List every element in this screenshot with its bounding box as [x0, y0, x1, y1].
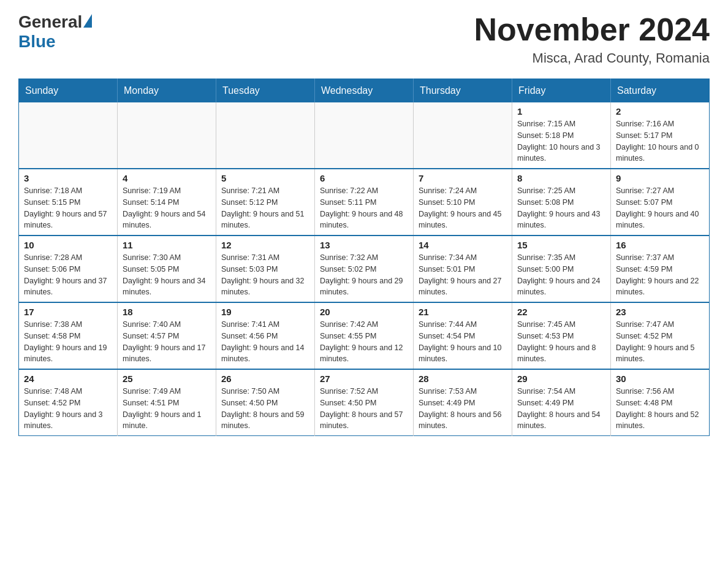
day-info: Sunrise: 7:32 AMSunset: 5:02 PMDaylight:… — [320, 252, 408, 298]
day-number: 28 — [419, 373, 507, 384]
day-info: Sunrise: 7:28 AMSunset: 5:06 PMDaylight:… — [24, 252, 112, 298]
calendar-cell: 3Sunrise: 7:18 AMSunset: 5:15 PMDaylight… — [19, 169, 118, 236]
calendar-week-3: 10Sunrise: 7:28 AMSunset: 5:06 PMDayligh… — [19, 236, 710, 302]
day-info: Sunrise: 7:41 AMSunset: 4:56 PMDaylight:… — [221, 319, 309, 365]
day-info: Sunrise: 7:52 AMSunset: 4:50 PMDaylight:… — [320, 386, 408, 432]
day-info: Sunrise: 7:35 AMSunset: 5:00 PMDaylight:… — [517, 252, 605, 298]
day-number: 17 — [24, 307, 112, 317]
logo-triangle-icon — [83, 14, 92, 28]
day-number: 25 — [123, 373, 211, 384]
day-header-saturday: Saturday — [611, 79, 710, 103]
calendar-cell: 2Sunrise: 7:16 AMSunset: 5:17 PMDaylight… — [611, 102, 710, 169]
day-info: Sunrise: 7:42 AMSunset: 4:55 PMDaylight:… — [320, 319, 408, 365]
day-number: 15 — [517, 240, 605, 250]
calendar-table: SundayMondayTuesdayWednesdayThursdayFrid… — [18, 79, 710, 436]
calendar-cell — [414, 102, 512, 169]
day-header-sunday: Sunday — [19, 79, 118, 103]
calendar-cell: 10Sunrise: 7:28 AMSunset: 5:06 PMDayligh… — [19, 236, 118, 302]
calendar-cell: 30Sunrise: 7:56 AMSunset: 4:48 PMDayligh… — [611, 369, 710, 436]
calendar-cell: 15Sunrise: 7:35 AMSunset: 5:00 PMDayligh… — [512, 236, 611, 302]
calendar-cell: 20Sunrise: 7:42 AMSunset: 4:55 PMDayligh… — [315, 302, 414, 369]
calendar-cell: 11Sunrise: 7:30 AMSunset: 5:05 PMDayligh… — [118, 236, 216, 302]
day-info: Sunrise: 7:44 AMSunset: 4:54 PMDaylight:… — [419, 319, 507, 365]
day-info: Sunrise: 7:50 AMSunset: 4:50 PMDaylight:… — [221, 386, 309, 432]
day-info: Sunrise: 7:19 AMSunset: 5:14 PMDaylight:… — [123, 185, 211, 231]
logo-blue-text: Blue — [18, 32, 56, 52]
day-number: 23 — [616, 307, 704, 317]
calendar-header-row: SundayMondayTuesdayWednesdayThursdayFrid… — [19, 79, 710, 103]
day-header-tuesday: Tuesday — [216, 79, 315, 103]
calendar-cell: 18Sunrise: 7:40 AMSunset: 4:57 PMDayligh… — [118, 302, 216, 369]
day-number: 13 — [320, 240, 408, 250]
day-number: 21 — [419, 307, 507, 317]
day-info: Sunrise: 7:56 AMSunset: 4:48 PMDaylight:… — [616, 386, 704, 432]
calendar-cell: 17Sunrise: 7:38 AMSunset: 4:58 PMDayligh… — [19, 302, 118, 369]
day-header-thursday: Thursday — [414, 79, 512, 103]
day-info: Sunrise: 7:49 AMSunset: 4:51 PMDaylight:… — [123, 386, 211, 432]
calendar-cell: 21Sunrise: 7:44 AMSunset: 4:54 PMDayligh… — [414, 302, 512, 369]
day-info: Sunrise: 7:22 AMSunset: 5:11 PMDaylight:… — [320, 185, 408, 231]
day-number: 10 — [24, 240, 112, 250]
calendar-cell: 7Sunrise: 7:24 AMSunset: 5:10 PMDaylight… — [414, 169, 512, 236]
day-info: Sunrise: 7:15 AMSunset: 5:18 PMDaylight:… — [517, 118, 605, 164]
day-number: 26 — [221, 373, 309, 384]
day-number: 6 — [320, 173, 408, 183]
calendar-week-2: 3Sunrise: 7:18 AMSunset: 5:15 PMDaylight… — [19, 169, 710, 236]
day-number: 16 — [616, 240, 704, 250]
day-info: Sunrise: 7:47 AMSunset: 4:52 PMDaylight:… — [616, 319, 704, 365]
day-number: 5 — [221, 173, 309, 183]
calendar-cell: 1Sunrise: 7:15 AMSunset: 5:18 PMDaylight… — [512, 102, 611, 169]
calendar-cell — [315, 102, 414, 169]
day-info: Sunrise: 7:31 AMSunset: 5:03 PMDaylight:… — [221, 252, 309, 298]
logo: General Blue — [18, 12, 92, 52]
calendar-week-1: 1Sunrise: 7:15 AMSunset: 5:18 PMDaylight… — [19, 102, 710, 169]
calendar-cell: 26Sunrise: 7:50 AMSunset: 4:50 PMDayligh… — [216, 369, 315, 436]
calendar-cell — [19, 102, 118, 169]
month-title: November 2024 — [474, 12, 710, 47]
day-number: 19 — [221, 307, 309, 317]
day-number: 2 — [616, 106, 704, 117]
day-number: 27 — [320, 373, 408, 384]
day-number: 9 — [616, 173, 704, 183]
day-info: Sunrise: 7:38 AMSunset: 4:58 PMDaylight:… — [24, 319, 112, 365]
calendar-cell — [118, 102, 216, 169]
day-info: Sunrise: 7:27 AMSunset: 5:07 PMDaylight:… — [616, 185, 704, 231]
location-title: Misca, Arad County, Romania — [474, 50, 710, 66]
calendar-cell: 28Sunrise: 7:53 AMSunset: 4:49 PMDayligh… — [414, 369, 512, 436]
calendar-cell: 6Sunrise: 7:22 AMSunset: 5:11 PMDaylight… — [315, 169, 414, 236]
day-number: 29 — [517, 373, 605, 384]
calendar-cell: 9Sunrise: 7:27 AMSunset: 5:07 PMDaylight… — [611, 169, 710, 236]
calendar-cell: 19Sunrise: 7:41 AMSunset: 4:56 PMDayligh… — [216, 302, 315, 369]
day-number: 24 — [24, 373, 112, 384]
day-number: 18 — [123, 307, 211, 317]
calendar-week-5: 24Sunrise: 7:48 AMSunset: 4:52 PMDayligh… — [19, 369, 710, 436]
calendar-cell: 12Sunrise: 7:31 AMSunset: 5:03 PMDayligh… — [216, 236, 315, 302]
day-info: Sunrise: 7:40 AMSunset: 4:57 PMDaylight:… — [123, 319, 211, 365]
day-info: Sunrise: 7:16 AMSunset: 5:17 PMDaylight:… — [616, 118, 704, 164]
page-header: General Blue November 2024 Misca, Arad C… — [18, 12, 710, 66]
day-info: Sunrise: 7:25 AMSunset: 5:08 PMDaylight:… — [517, 185, 605, 231]
calendar-body: 1Sunrise: 7:15 AMSunset: 5:18 PMDaylight… — [19, 102, 710, 436]
day-info: Sunrise: 7:37 AMSunset: 4:59 PMDaylight:… — [616, 252, 704, 298]
day-info: Sunrise: 7:18 AMSunset: 5:15 PMDaylight:… — [24, 185, 112, 231]
calendar-cell: 16Sunrise: 7:37 AMSunset: 4:59 PMDayligh… — [611, 236, 710, 302]
day-number: 11 — [123, 240, 211, 250]
calendar-cell: 27Sunrise: 7:52 AMSunset: 4:50 PMDayligh… — [315, 369, 414, 436]
calendar-cell: 29Sunrise: 7:54 AMSunset: 4:49 PMDayligh… — [512, 369, 611, 436]
logo-general-text: General — [18, 12, 82, 32]
day-info: Sunrise: 7:54 AMSunset: 4:49 PMDaylight:… — [517, 386, 605, 432]
day-info: Sunrise: 7:21 AMSunset: 5:12 PMDaylight:… — [221, 185, 309, 231]
day-header-wednesday: Wednesday — [315, 79, 414, 103]
day-number: 7 — [419, 173, 507, 183]
day-info: Sunrise: 7:30 AMSunset: 5:05 PMDaylight:… — [123, 252, 211, 298]
calendar-week-4: 17Sunrise: 7:38 AMSunset: 4:58 PMDayligh… — [19, 302, 710, 369]
day-number: 20 — [320, 307, 408, 317]
day-number: 30 — [616, 373, 704, 384]
day-number: 12 — [221, 240, 309, 250]
title-area: November 2024 Misca, Arad County, Romani… — [474, 12, 710, 66]
day-info: Sunrise: 7:53 AMSunset: 4:49 PMDaylight:… — [419, 386, 507, 432]
calendar-cell: 24Sunrise: 7:48 AMSunset: 4:52 PMDayligh… — [19, 369, 118, 436]
day-header-monday: Monday — [118, 79, 216, 103]
calendar-cell: 4Sunrise: 7:19 AMSunset: 5:14 PMDaylight… — [118, 169, 216, 236]
day-number: 8 — [517, 173, 605, 183]
